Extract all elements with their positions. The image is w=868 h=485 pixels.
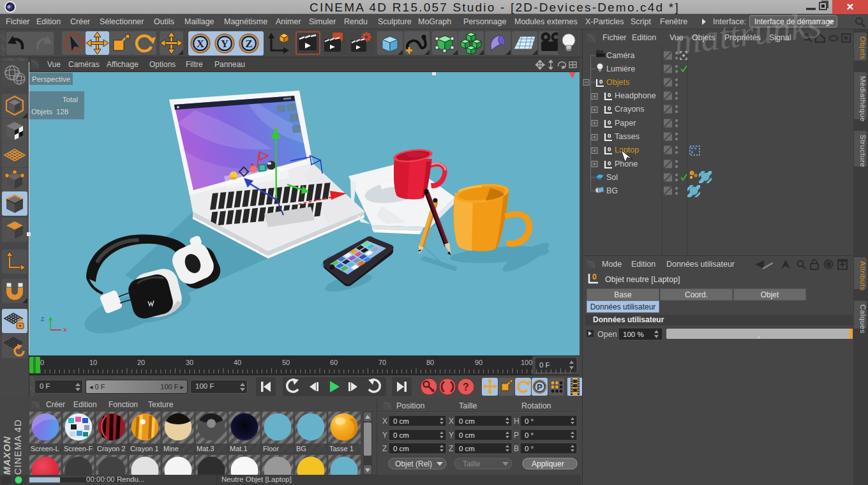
svg-text:20: 20 bbox=[137, 359, 145, 366]
svg-text:100: 100 bbox=[521, 359, 532, 366]
svg-text:0: 0 bbox=[599, 78, 602, 85]
svg-text:Caméra: Caméra bbox=[606, 51, 635, 60]
svg-text:30: 30 bbox=[186, 359, 193, 366]
svg-text:Z: Z bbox=[382, 444, 387, 453]
svg-text:100 %: 100 % bbox=[623, 331, 644, 338]
svg-text:BG: BG bbox=[296, 445, 306, 452]
svg-text:Paper: Paper bbox=[615, 119, 636, 128]
svg-text:0 °: 0 ° bbox=[525, 445, 534, 452]
svg-text:60: 60 bbox=[330, 359, 338, 366]
svg-text:Mine: Mine bbox=[163, 445, 179, 452]
svg-text:Screen-L: Screen-L bbox=[31, 445, 59, 452]
svg-text:Laptop: Laptop bbox=[615, 146, 639, 154]
svg-text:Crayon 2: Crayon 2 bbox=[97, 445, 126, 452]
svg-text:0 °: 0 ° bbox=[525, 431, 534, 439]
svg-text:0: 0 bbox=[40, 359, 44, 366]
svg-text:50: 50 bbox=[282, 359, 290, 366]
svg-text:0 cm: 0 cm bbox=[459, 445, 475, 452]
svg-text:H: H bbox=[514, 417, 520, 426]
svg-text:Objet (Rel): Objet (Rel) bbox=[395, 459, 432, 468]
svg-text:Y: Y bbox=[382, 431, 387, 440]
svg-text:Phone: Phone bbox=[615, 160, 638, 168]
svg-text:0 °: 0 ° bbox=[525, 417, 534, 425]
svg-text:Appliquer: Appliquer bbox=[532, 459, 564, 468]
svg-text:P: P bbox=[514, 431, 519, 440]
svg-text:0 cm: 0 cm bbox=[459, 431, 475, 439]
svg-text:10: 10 bbox=[89, 359, 97, 366]
svg-text:X: X bbox=[382, 417, 387, 426]
svg-text:0 cm: 0 cm bbox=[393, 431, 409, 439]
svg-text:128: 128 bbox=[56, 108, 68, 116]
svg-text:Tasse 1: Tasse 1 bbox=[329, 445, 354, 452]
svg-text:?: ? bbox=[463, 382, 469, 392]
svg-text:40: 40 bbox=[234, 359, 241, 366]
svg-text:0: 0 bbox=[592, 272, 597, 281]
svg-text:Tasses: Tasses bbox=[615, 132, 640, 141]
svg-text:Taille: Taille bbox=[463, 459, 481, 468]
svg-text:Z: Z bbox=[449, 444, 453, 453]
svg-text:80: 80 bbox=[426, 359, 434, 366]
svg-text:Z: Z bbox=[245, 38, 252, 50]
svg-text:BG: BG bbox=[606, 186, 618, 195]
svg-text:Y: Y bbox=[221, 38, 228, 50]
svg-text:Mat.1: Mat.1 bbox=[230, 445, 248, 452]
svg-text:Total: Total bbox=[63, 96, 78, 103]
svg-text:Z: Z bbox=[41, 316, 45, 322]
svg-text:Sol: Sol bbox=[606, 173, 618, 182]
svg-text:0 cm: 0 cm bbox=[393, 417, 409, 425]
svg-text:90: 90 bbox=[475, 359, 483, 366]
svg-text:Crayons: Crayons bbox=[615, 105, 645, 114]
svg-text:0 cm: 0 cm bbox=[459, 417, 475, 425]
svg-text:X: X bbox=[197, 38, 204, 50]
svg-text:Floor: Floor bbox=[263, 445, 279, 452]
svg-text:0 F: 0 F bbox=[539, 361, 550, 369]
svg-text:Lumière: Lumière bbox=[606, 64, 635, 73]
svg-text:B: B bbox=[514, 444, 519, 453]
svg-text:Objets: Objets bbox=[606, 78, 629, 87]
svg-text:P: P bbox=[537, 383, 542, 392]
svg-text:Headphone: Headphone bbox=[615, 91, 656, 100]
svg-text:70: 70 bbox=[378, 359, 386, 366]
svg-text:Screen-F: Screen-F bbox=[64, 445, 93, 452]
svg-text:Objets: Objets bbox=[31, 108, 52, 116]
svg-text:Perspective: Perspective bbox=[32, 75, 70, 83]
svg-text:Open: Open bbox=[597, 330, 617, 339]
svg-text:Mat.3: Mat.3 bbox=[197, 445, 214, 452]
svg-text:Crayon 1: Crayon 1 bbox=[130, 445, 159, 452]
svg-text:X: X bbox=[449, 417, 454, 426]
svg-text:Y: Y bbox=[449, 431, 454, 440]
svg-text:X: X bbox=[63, 327, 67, 333]
svg-text:0 cm: 0 cm bbox=[393, 445, 409, 452]
